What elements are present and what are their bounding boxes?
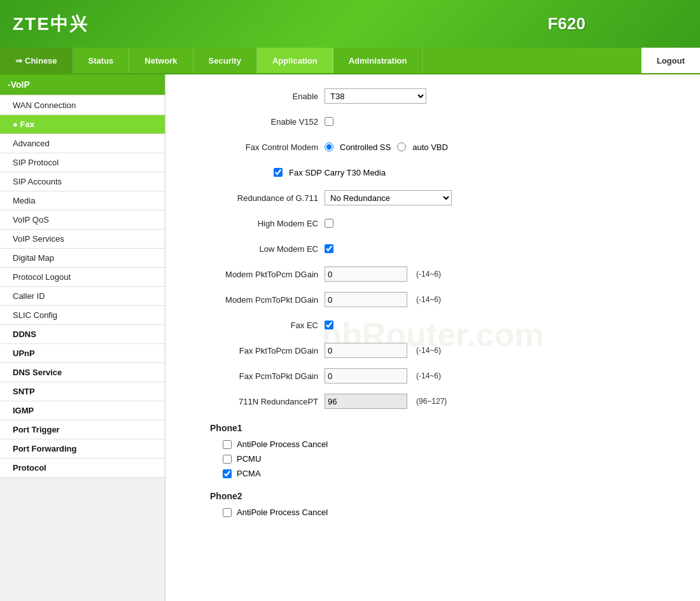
fax-sdp-label: Fax SDP Carry T30 Media — [289, 168, 386, 177]
low-modem-ec-checkbox[interactable] — [325, 244, 333, 253]
phone1-title: Phone1 — [210, 423, 681, 433]
modem-pkt-to-pcm-control: (-14~6) — [325, 266, 441, 282]
high-modem-ec-checkbox[interactable] — [325, 219, 333, 228]
sidebar-item-port-forwarding[interactable]: Port Forwarding — [0, 439, 165, 459]
fax-ec-checkbox[interactable] — [325, 321, 333, 329]
redundance-control: No Redundance 1 Redundance 2 Redundance — [325, 190, 452, 205]
sidebar-item-wan-connection[interactable]: WAN Connection — [0, 96, 165, 115]
high-modem-ec-label: High Modem EC — [185, 219, 325, 228]
enable-t38-select[interactable]: T38 T30 — [325, 88, 426, 104]
fax-control-modem-control: Controlled SS auto VBD — [325, 142, 448, 152]
main-nav: Chinese Status Network Security Applicat… — [0, 48, 700, 74]
phone2-anti-pole-label: AntiPole Process Cancel — [237, 508, 328, 517]
sidebar-item-igmp[interactable]: IGMP — [0, 401, 165, 420]
logo-text: ZTE中兴 — [13, 14, 88, 34]
modem-pcm-to-pkt-control: (-14~6) — [325, 292, 441, 307]
phone1-anti-pole-checkbox[interactable] — [223, 440, 232, 449]
redundance-select[interactable]: No Redundance 1 Redundance 2 Redundance — [325, 190, 452, 205]
sidebar-item-port-trigger[interactable]: Port Trigger — [0, 420, 165, 439]
fax-sdp-checkbox[interactable] — [274, 168, 283, 177]
header: ZTE中兴 F620 — [0, 0, 700, 48]
fax-ec-row: Fax EC — [185, 316, 681, 334]
page-layout: -VoIP WAN Connection Fax Advanced SIP Pr… — [0, 74, 700, 601]
logo: ZTE中兴 — [13, 12, 88, 36]
modem-pcm-to-pkt-input[interactable] — [325, 292, 407, 307]
fax-controlled-ss-radio[interactable] — [325, 142, 333, 151]
nav-language[interactable]: Chinese — [0, 48, 73, 73]
fax-pcm-to-pkt-range: (-14~6) — [416, 371, 441, 380]
phone1-anti-pole-label: AntiPole Process Cancel — [237, 439, 328, 449]
fax-sdp-control: Fax SDP Carry T30 Media — [274, 168, 386, 177]
fax-pkt-to-pcm-range: (-14~6) — [416, 346, 441, 355]
sidebar-item-voip-services[interactable]: VoIP Services — [0, 230, 165, 249]
phone1-pcmu-label: PCMU — [237, 454, 261, 464]
phone2-anti-pole-checkbox[interactable] — [223, 508, 232, 517]
sidebar-item-ddns[interactable]: DDNS — [0, 325, 165, 344]
modem-pkt-to-pcm-row: Modem PktToPcm DGain (-14~6) — [185, 265, 681, 283]
sidebar-item-slic-config[interactable]: SLIC Config — [0, 306, 165, 325]
sidebar-item-protocol[interactable]: Protocol — [0, 459, 165, 478]
phone1-pcmu-checkbox[interactable] — [223, 455, 232, 464]
redundance-pt-input[interactable] — [325, 394, 407, 409]
fax-pcm-to-pkt-label: Fax PcmToPkt DGain — [185, 371, 325, 381]
sidebar-item-sntp[interactable]: SNTP — [0, 382, 165, 401]
enable-v152-label: Enable V152 — [185, 117, 325, 127]
sidebar-item-dns-service[interactable]: DNS Service — [0, 363, 165, 382]
sidebar-item-advanced[interactable]: Advanced — [0, 134, 165, 153]
fax-pkt-to-pcm-input[interactable] — [325, 343, 407, 358]
redundance-pt-range: (96~127) — [416, 397, 447, 406]
form-content: Enable T38 T30 Enable V152 Fax Control M… — [185, 87, 681, 517]
sidebar-item-sip-protocol[interactable]: SIP Protocol — [0, 153, 165, 172]
enable-v152-checkbox[interactable] — [325, 117, 333, 126]
high-modem-ec-control — [325, 219, 333, 228]
auto-vbd-label: auto VBD — [412, 142, 448, 152]
nav-administration[interactable]: Administration — [333, 48, 423, 73]
sidebar-item-voip-qos[interactable]: VoIP QoS — [0, 211, 165, 230]
redundance-label: Redundance of G.711 — [185, 193, 325, 203]
model-name: F620 — [548, 14, 585, 34]
fax-sdp-row: Fax SDP Carry T30 Media — [274, 163, 681, 181]
sidebar-item-upnp[interactable]: UPnP — [0, 344, 165, 363]
modem-pcm-to-pkt-range: (-14~6) — [416, 295, 441, 304]
modem-pkt-to-pcm-range: (-14~6) — [416, 270, 441, 279]
nav-application[interactable]: Application — [257, 48, 333, 73]
phone2-anti-pole-item: AntiPole Process Cancel — [223, 508, 681, 517]
modem-pkt-to-pcm-input[interactable] — [325, 266, 407, 282]
logout-button[interactable]: Logout — [641, 48, 700, 73]
modem-pkt-to-pcm-label: Modem PktToPcm DGain — [185, 270, 325, 279]
enable-t38-control: T38 T30 — [325, 88, 426, 104]
fax-pkt-to-pcm-row: Fax PktToPcm DGain (-14~6) — [185, 342, 681, 359]
sidebar-item-caller-id[interactable]: Caller ID — [0, 287, 165, 306]
fax-control-modem-label: Fax Control Modem — [185, 142, 325, 152]
nav-status[interactable]: Status — [73, 48, 130, 73]
sidebar-item-fax[interactable]: Fax — [0, 115, 165, 134]
sidebar: -VoIP WAN Connection Fax Advanced SIP Pr… — [0, 74, 165, 601]
high-modem-ec-row: High Modem EC — [185, 214, 681, 232]
main-content: hbRouter.com Enable T38 T30 Enable V152 — [165, 74, 700, 601]
sidebar-item-digital-map[interactable]: Digital Map — [0, 249, 165, 268]
fax-pkt-to-pcm-label: Fax PktToPcm DGain — [185, 346, 325, 356]
low-modem-ec-control — [325, 244, 333, 253]
sidebar-item-sip-accounts[interactable]: SIP Accounts — [0, 172, 165, 191]
controlled-ss-label: Controlled SS — [340, 142, 391, 152]
sidebar-item-protocol-logout[interactable]: Protocol Logout — [0, 268, 165, 287]
phone1-pcma-checkbox[interactable] — [223, 469, 232, 478]
nav-network[interactable]: Network — [129, 48, 193, 73]
phone1-section: Phone1 AntiPole Process Cancel PCMU PCMA — [210, 423, 681, 478]
phone1-pcma-label: PCMA — [237, 469, 261, 478]
fax-control-modem-row: Fax Control Modem Controlled SS auto VBD — [185, 138, 681, 156]
nav-security[interactable]: Security — [193, 48, 257, 73]
phone1-pcmu-item: PCMU — [223, 454, 681, 464]
fax-auto-vbd-radio[interactable] — [397, 142, 406, 151]
modem-pcm-to-pkt-row: Modem PcmToPkt DGain (-14~6) — [185, 291, 681, 308]
sidebar-section-voip: -VoIP — [0, 74, 165, 95]
fax-pkt-to-pcm-control: (-14~6) — [325, 343, 441, 358]
enable-label: Enable — [185, 92, 325, 101]
redundance-pt-row: 711N RedundancePT (96~127) — [185, 392, 681, 410]
enable-v152-control — [325, 117, 333, 126]
sidebar-item-media[interactable]: Media — [0, 191, 165, 211]
fax-ec-label: Fax EC — [185, 321, 325, 330]
phone1-pcma-item: PCMA — [223, 469, 681, 478]
low-modem-ec-label: Low Modem EC — [185, 244, 325, 254]
fax-pcm-to-pkt-input[interactable] — [325, 368, 407, 383]
